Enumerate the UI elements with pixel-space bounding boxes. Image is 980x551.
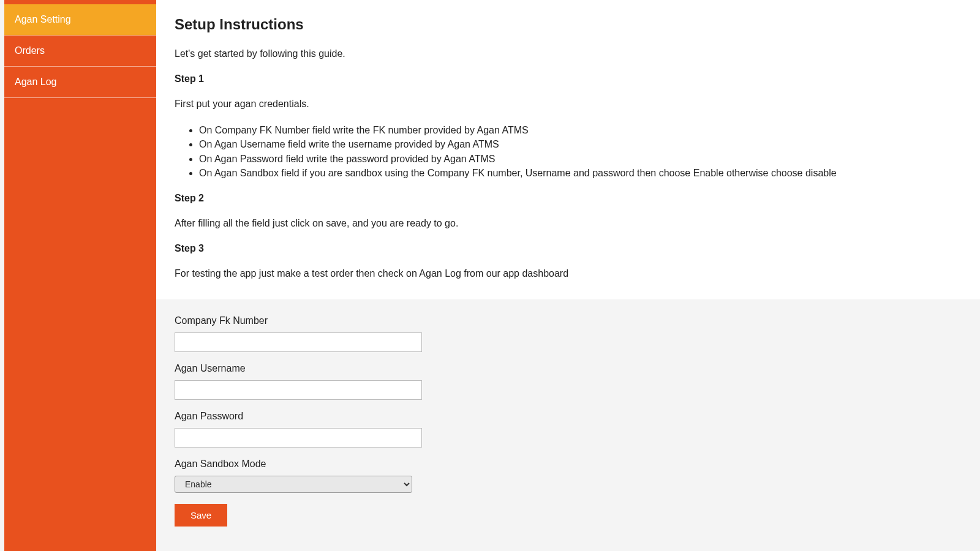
agan-username-label: Agan Username: [175, 363, 962, 374]
step1-heading: Step 1: [175, 73, 962, 84]
step1-bullet: On Agan Username field write the usernam…: [199, 138, 962, 151]
step1-bullets: On Company FK Number field write the FK …: [175, 124, 962, 181]
save-button[interactable]: Save: [175, 504, 227, 527]
step3-heading: Step 3: [175, 243, 962, 254]
sidebar: Agan Setting Orders Agan Log: [4, 0, 156, 551]
credentials-form: Company Fk Number Agan Username Agan Pas…: [156, 299, 980, 545]
company-fk-label: Company Fk Number: [175, 315, 962, 326]
page-title: Setup Instructions: [175, 16, 962, 33]
step2-text: After filling all the field just click o…: [175, 216, 962, 231]
step2-heading: Step 2: [175, 193, 962, 204]
main-content: Setup Instructions Let's get started by …: [156, 0, 980, 551]
sandbox-label: Agan Sandbox Mode: [175, 459, 962, 470]
sidebar-item-orders[interactable]: Orders: [4, 36, 156, 67]
company-fk-input[interactable]: [175, 332, 422, 352]
agan-username-input[interactable]: [175, 380, 422, 400]
sandbox-select[interactable]: Enable Disable: [175, 476, 412, 493]
agan-password-label: Agan Password: [175, 411, 962, 422]
agan-password-input[interactable]: [175, 428, 422, 448]
step1-bullet: On Agan Sandbox field if you are sandbox…: [199, 167, 962, 180]
step3-text: For testing the app just make a test ord…: [175, 266, 962, 281]
step1-bullet: On Company FK Number field write the FK …: [199, 124, 962, 137]
instructions-card: Setup Instructions Let's get started by …: [156, 0, 980, 299]
instructions-intro: Let's get started by following this guid…: [175, 47, 962, 61]
step1-text: First put your agan credentials.: [175, 97, 962, 111]
sidebar-item-agan-setting[interactable]: Agan Setting: [4, 4, 156, 36]
step1-bullet: On Agan Password field write the passwor…: [199, 152, 962, 166]
sidebar-item-agan-log[interactable]: Agan Log: [4, 67, 156, 98]
